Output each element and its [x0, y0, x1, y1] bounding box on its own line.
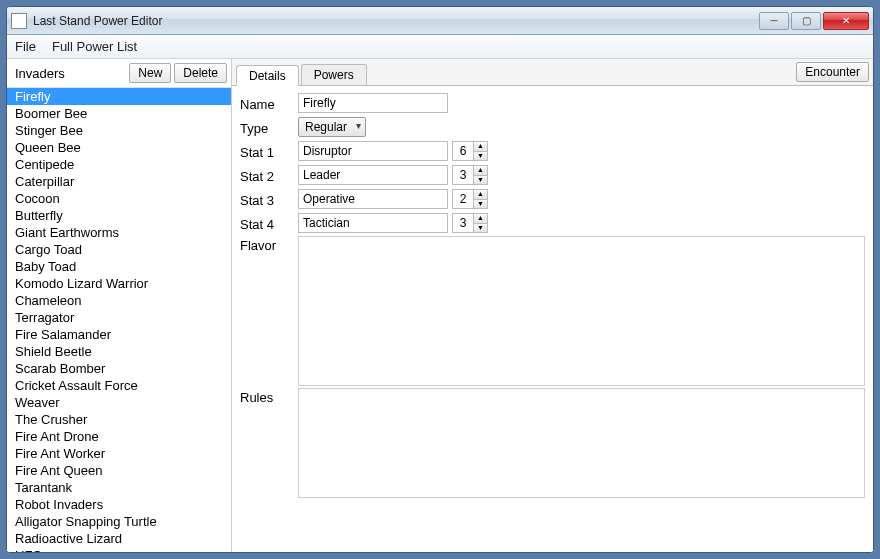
menu-file[interactable]: File — [15, 39, 36, 54]
list-item[interactable]: Caterpillar — [7, 173, 231, 190]
list-item[interactable]: Cargo Toad — [7, 241, 231, 258]
list-item[interactable]: Centipede — [7, 156, 231, 173]
sidebar-title: Invaders — [15, 66, 126, 81]
stat1-up-icon[interactable]: ▲ — [474, 142, 487, 152]
stat3-value[interactable] — [453, 190, 473, 208]
stat1-down-icon[interactable]: ▼ — [474, 152, 487, 161]
type-dropdown[interactable]: Regular — [298, 117, 366, 137]
label-type: Type — [240, 119, 298, 136]
label-stat2: Stat 2 — [240, 167, 298, 184]
list-item[interactable]: Fire Salamander — [7, 326, 231, 343]
list-item[interactable]: Fire Ant Queen — [7, 462, 231, 479]
list-item[interactable]: UFO — [7, 547, 231, 552]
list-item[interactable]: Queen Bee — [7, 139, 231, 156]
list-item[interactable]: Stinger Bee — [7, 122, 231, 139]
stat4-spinner[interactable]: ▲▼ — [452, 213, 488, 233]
stat1-name-input[interactable] — [298, 141, 448, 161]
list-item[interactable]: Chameleon — [7, 292, 231, 309]
stat4-name-input[interactable] — [298, 213, 448, 233]
app-icon — [11, 13, 27, 29]
tab-details[interactable]: Details — [236, 65, 299, 86]
list-item[interactable]: Cricket Assault Force — [7, 377, 231, 394]
stat2-spinner[interactable]: ▲▼ — [452, 165, 488, 185]
list-item[interactable]: Radioactive Lizard — [7, 530, 231, 547]
list-item[interactable]: Shield Beetle — [7, 343, 231, 360]
delete-button[interactable]: Delete — [174, 63, 227, 83]
list-item[interactable]: Robot Invaders — [7, 496, 231, 513]
list-item[interactable]: Cocoon — [7, 190, 231, 207]
app-window: Last Stand Power Editor ─ ▢ ✕ File Full … — [6, 6, 874, 553]
maximize-button[interactable]: ▢ — [791, 12, 821, 30]
new-button[interactable]: New — [129, 63, 171, 83]
list-item[interactable]: Alligator Snapping Turtle — [7, 513, 231, 530]
sidebar: Invaders New Delete FireflyBoomer BeeSti… — [7, 59, 232, 552]
stat1-spinner[interactable]: ▲▼ — [452, 141, 488, 161]
list-item[interactable]: Weaver — [7, 394, 231, 411]
list-item[interactable]: Fire Ant Worker — [7, 445, 231, 462]
name-input[interactable] — [298, 93, 448, 113]
close-button[interactable]: ✕ — [823, 12, 869, 30]
tabbar: Details Powers Encounter — [232, 59, 873, 86]
stat3-down-icon[interactable]: ▼ — [474, 200, 487, 209]
stat3-name-input[interactable] — [298, 189, 448, 209]
stat1-value[interactable] — [453, 142, 473, 160]
sidebar-header: Invaders New Delete — [7, 59, 231, 88]
stat3-spinner[interactable]: ▲▼ — [452, 189, 488, 209]
stat4-value[interactable] — [453, 214, 473, 232]
tab-powers[interactable]: Powers — [301, 64, 367, 85]
list-item[interactable]: Scarab Bomber — [7, 360, 231, 377]
label-flavor: Flavor — [240, 236, 298, 253]
list-item[interactable]: Komodo Lizard Warrior — [7, 275, 231, 292]
stat2-value[interactable] — [453, 166, 473, 184]
label-stat4: Stat 4 — [240, 215, 298, 232]
main-panel: Details Powers Encounter Name Type Regul… — [232, 59, 873, 552]
stat2-down-icon[interactable]: ▼ — [474, 176, 487, 185]
list-item[interactable]: Terragator — [7, 309, 231, 326]
list-item[interactable]: Firefly — [7, 88, 231, 105]
list-item[interactable]: Baby Toad — [7, 258, 231, 275]
stat4-up-icon[interactable]: ▲ — [474, 214, 487, 224]
invader-list[interactable]: FireflyBoomer BeeStinger BeeQueen BeeCen… — [7, 88, 231, 552]
encounter-button[interactable]: Encounter — [796, 62, 869, 82]
stat3-up-icon[interactable]: ▲ — [474, 190, 487, 200]
menubar: File Full Power List — [7, 35, 873, 59]
stat2-up-icon[interactable]: ▲ — [474, 166, 487, 176]
label-stat3: Stat 3 — [240, 191, 298, 208]
minimize-button[interactable]: ─ — [759, 12, 789, 30]
label-name: Name — [240, 95, 298, 112]
list-item[interactable]: Fire Ant Drone — [7, 428, 231, 445]
window-buttons: ─ ▢ ✕ — [757, 12, 869, 30]
titlebar: Last Stand Power Editor ─ ▢ ✕ — [7, 7, 873, 35]
rules-textarea[interactable] — [298, 388, 865, 498]
list-item[interactable]: Tarantank — [7, 479, 231, 496]
window-title: Last Stand Power Editor — [33, 14, 757, 28]
client-area: Invaders New Delete FireflyBoomer BeeSti… — [7, 59, 873, 552]
stat4-down-icon[interactable]: ▼ — [474, 224, 487, 233]
label-stat1: Stat 1 — [240, 143, 298, 160]
menu-full-power-list[interactable]: Full Power List — [52, 39, 137, 54]
label-rules: Rules — [240, 388, 298, 405]
flavor-textarea[interactable] — [298, 236, 865, 386]
list-item[interactable]: Butterfly — [7, 207, 231, 224]
details-panel: Name Type Regular Stat 1 ▲▼ Stat 2 — [232, 86, 873, 552]
list-item[interactable]: Boomer Bee — [7, 105, 231, 122]
list-item[interactable]: The Crusher — [7, 411, 231, 428]
stat2-name-input[interactable] — [298, 165, 448, 185]
list-item[interactable]: Giant Earthworms — [7, 224, 231, 241]
